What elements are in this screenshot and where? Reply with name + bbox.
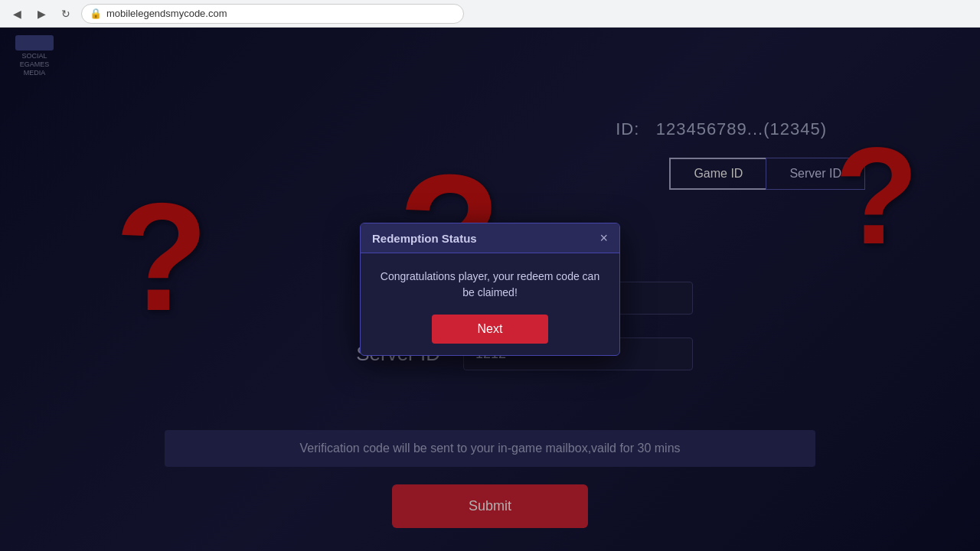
lock-icon: 🔒 bbox=[90, 8, 102, 19]
redemption-modal: Redemption Status × Congratulations play… bbox=[360, 223, 620, 356]
refresh-button[interactable]: ↻ bbox=[57, 5, 75, 23]
modal-overlay: Redemption Status × Congratulations play… bbox=[0, 28, 980, 551]
browser-chrome: ◀ ▶ ↻ 🔒 mobilelegendsmycode.com bbox=[0, 0, 980, 28]
url-text: mobilelegendsmycode.com bbox=[106, 8, 227, 19]
forward-button[interactable]: ▶ bbox=[32, 5, 51, 23]
modal-message: Congratulations player, your redeem code… bbox=[376, 269, 604, 301]
modal-header: Redemption Status × bbox=[361, 223, 619, 253]
back-button[interactable]: ◀ bbox=[8, 5, 26, 23]
modal-next-button[interactable]: Next bbox=[432, 315, 549, 344]
modal-body: Congratulations player, your redeem code… bbox=[361, 253, 619, 355]
modal-title: Redemption Status bbox=[372, 232, 477, 245]
modal-close-button[interactable]: × bbox=[599, 231, 608, 245]
page-content: SOCIAL EGAMES MEDIA ID: 123456789...(123… bbox=[0, 28, 980, 551]
address-bar[interactable]: 🔒 mobilelegendsmycode.com bbox=[81, 4, 464, 24]
